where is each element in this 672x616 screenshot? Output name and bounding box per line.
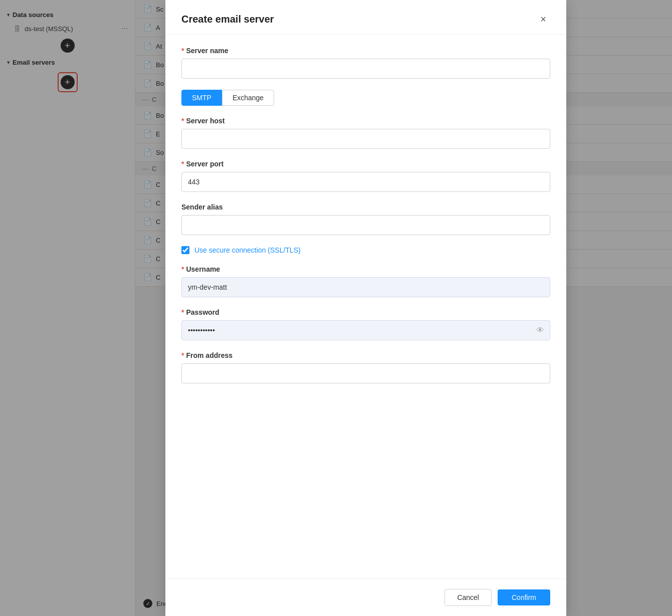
from-address-input[interactable] — [181, 363, 550, 383]
server-host-label: * Server host — [181, 117, 550, 125]
required-star-from: * — [181, 351, 184, 359]
password-input[interactable] — [181, 320, 550, 340]
password-label: * Password — [181, 308, 550, 316]
confirm-button[interactable]: Confirm — [498, 589, 550, 605]
secure-connection-label[interactable]: Use secure connection (SSL/TLS) — [194, 246, 301, 254]
server-port-label: * Server port — [181, 160, 550, 168]
close-modal-button[interactable]: × — [536, 12, 550, 26]
required-star-password: * — [181, 308, 184, 316]
required-star: * — [181, 47, 184, 55]
modal-title: Create email server — [181, 14, 274, 25]
modal-body: * Server name SMTP Exchange * Server hos… — [165, 35, 566, 578]
server-name-input[interactable] — [181, 59, 550, 79]
modal-header: Create email server × — [165, 0, 566, 35]
from-address-group: * From address — [181, 351, 550, 383]
server-host-input[interactable] — [181, 129, 550, 149]
from-address-label: * From address — [181, 351, 550, 359]
required-star-port: * — [181, 160, 184, 168]
exchange-button[interactable]: Exchange — [222, 90, 274, 106]
password-wrapper: 👁 — [181, 320, 550, 340]
required-star-username: * — [181, 265, 184, 273]
secure-connection-row: Use secure connection (SSL/TLS) — [181, 246, 550, 254]
username-label: * Username — [181, 265, 550, 273]
smtp-button[interactable]: SMTP — [181, 90, 222, 106]
server-name-group: * Server name — [181, 47, 550, 79]
server-port-group: * Server port — [181, 160, 550, 192]
username-input[interactable] — [181, 277, 550, 297]
sender-alias-group: Sender alias — [181, 203, 550, 235]
protocol-group: SMTP Exchange — [181, 90, 550, 106]
server-port-input[interactable] — [181, 172, 550, 192]
modal-footer: Cancel Confirm — [165, 578, 566, 616]
sender-alias-label: Sender alias — [181, 203, 550, 211]
username-group: * Username — [181, 265, 550, 297]
cancel-button[interactable]: Cancel — [444, 589, 492, 606]
sender-alias-input[interactable] — [181, 215, 550, 235]
secure-connection-checkbox[interactable] — [181, 246, 189, 254]
show-password-icon[interactable]: 👁 — [536, 326, 544, 335]
server-host-group: * Server host — [181, 117, 550, 149]
required-star-host: * — [181, 117, 184, 125]
server-name-label: * Server name — [181, 47, 550, 55]
create-email-server-modal: Create email server × * Server name SMTP… — [165, 0, 566, 616]
password-group: * Password 👁 — [181, 308, 550, 340]
